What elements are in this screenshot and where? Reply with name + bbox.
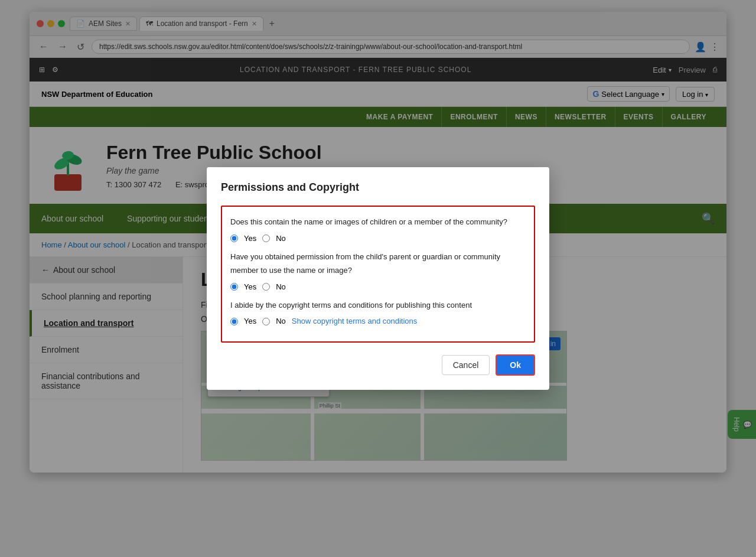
modal-overlay: Permissions and Copyright Does this cont… <box>0 0 756 484</box>
dialog-content: Does this contain the name or images of … <box>221 206 535 343</box>
dialog-footer: Cancel Ok <box>221 354 535 376</box>
q1-no-radio[interactable] <box>262 234 270 242</box>
dialog-question2: Have you obtained permission from the ch… <box>230 250 526 278</box>
q3-yes-radio[interactable] <box>230 318 238 325</box>
q3-no-radio[interactable] <box>262 318 270 325</box>
dialog-q2-radio-row: Yes No <box>230 280 526 294</box>
q1-yes-radio[interactable] <box>230 234 238 242</box>
dialog-question1: Does this contain the name or images of … <box>230 215 526 229</box>
permissions-dialog: Permissions and Copyright Does this cont… <box>207 167 549 390</box>
dialog-q3-radio-row: Yes No Show copyright terms and conditio… <box>230 314 526 328</box>
q3-no-label: No <box>276 314 286 328</box>
ok-button[interactable]: Ok <box>496 354 535 376</box>
dialog-title: Permissions and Copyright <box>221 181 535 194</box>
q1-no-label: No <box>276 232 286 245</box>
q1-yes-label: Yes <box>244 232 256 245</box>
q2-yes-label: Yes <box>244 280 256 294</box>
dialog-q1-radio-row: Yes No <box>230 232 526 245</box>
q3-yes-label: Yes <box>244 314 256 328</box>
q2-no-label: No <box>276 280 286 294</box>
copyright-link[interactable]: Show copyright terms and conditions <box>292 314 417 328</box>
q2-yes-radio[interactable] <box>230 283 238 291</box>
dialog-question3: I abide by the copyright terms and condi… <box>230 298 526 312</box>
q2-no-radio[interactable] <box>262 283 270 291</box>
cancel-button[interactable]: Cancel <box>442 355 490 375</box>
